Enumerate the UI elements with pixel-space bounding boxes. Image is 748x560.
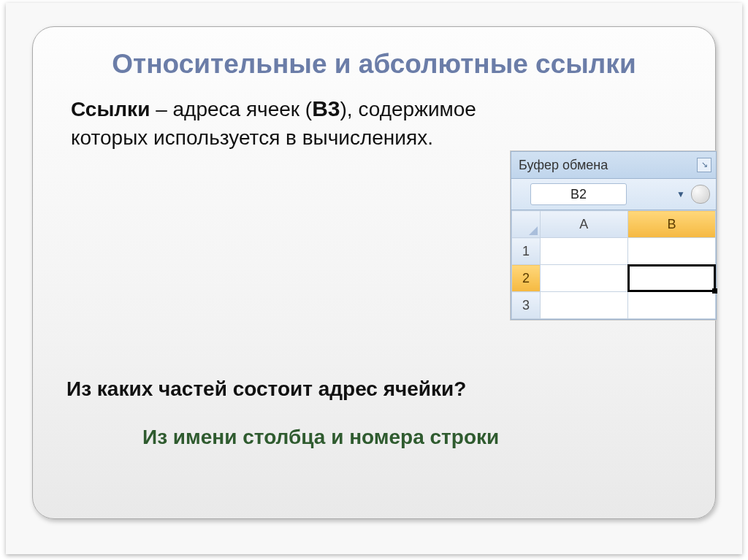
column-header-a[interactable]: A xyxy=(540,211,627,238)
name-box[interactable]: B2 xyxy=(530,183,627,205)
cell-a3[interactable] xyxy=(540,292,627,319)
body-text-line2: которых используется в вычислениях. xyxy=(71,126,433,149)
slide-title: Относительные и абсолютные ссылки xyxy=(62,49,686,80)
cell-a2[interactable] xyxy=(540,265,627,292)
column-header-b[interactable]: B xyxy=(627,211,715,238)
cell-b3[interactable] xyxy=(627,292,715,319)
excel-fragment: Буфер обмена ↘ B2 ▼ A B 1 xyxy=(511,151,717,320)
row-header-3[interactable]: 3 xyxy=(512,292,541,319)
ribbon-group-clipboard: Буфер обмена ↘ xyxy=(511,152,716,179)
row-header-2[interactable]: 2 xyxy=(512,265,541,292)
insert-function-icon[interactable] xyxy=(691,185,710,204)
term-ssylki: Ссылки xyxy=(71,98,150,120)
worksheet-grid: A B 1 2 3 xyxy=(511,210,716,319)
name-box-value: B2 xyxy=(570,187,587,202)
answer-text: Из имени столбца и номера строки xyxy=(142,426,499,449)
body-text-2: ), содержимое xyxy=(340,98,476,120)
ribbon-group-label: Буфер обмена xyxy=(519,158,608,172)
question-text: Из каких частей состоит адрес ячейки? xyxy=(66,377,466,401)
row-header-1[interactable]: 1 xyxy=(512,238,541,265)
body-text-1: – адреса ячеек ( xyxy=(150,98,312,120)
cell-b1[interactable] xyxy=(627,238,715,265)
slide-body: Ссылки – адреса ячеек (В3), содержимое к… xyxy=(62,94,686,151)
dialog-launcher-icon[interactable]: ↘ xyxy=(697,158,711,172)
slide-frame: Относительные и абсолютные ссылки Ссылки… xyxy=(32,26,716,519)
cell-a1[interactable] xyxy=(540,238,627,265)
cell-ref-example: В3 xyxy=(312,96,340,120)
select-all-corner[interactable] xyxy=(512,211,541,238)
slide-outer: Относительные и абсолютные ссылки Ссылки… xyxy=(6,3,742,554)
name-box-dropdown-icon[interactable]: ▼ xyxy=(676,189,685,199)
formula-bar-row: B2 ▼ xyxy=(511,179,716,210)
cell-b2-active[interactable] xyxy=(627,265,715,292)
